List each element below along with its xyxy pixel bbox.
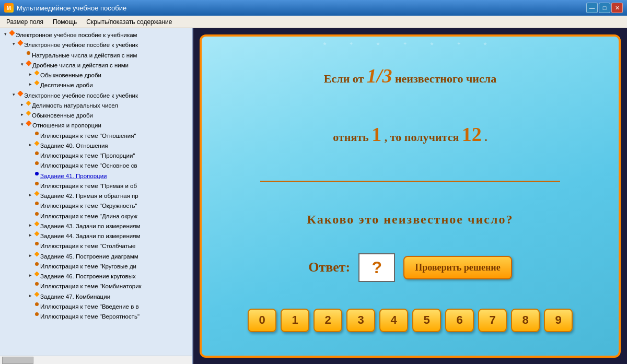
menu-toggle[interactable]: Скрыть/показать содержание [82,17,176,27]
tree-item-t8: ▸ Делимость натуральных чисел [0,101,192,111]
tree-label: Задание 43. Задачи по измерениям [40,222,140,231]
expand-icon[interactable]: ▾ [10,41,17,47]
tree-item-t13: Иллюстрация к теме "Пропорции" [0,151,192,161]
folder-icon [17,91,23,97]
divider [260,181,560,182]
main-area: ▾ Электронное учебное пособие к учебника… [0,28,627,364]
num-button-0[interactable]: 0 [248,309,276,332]
tree-label: Задание 40. Отношения [40,142,108,150]
horizontal-scrollbar[interactable] [0,356,192,364]
item-icon [26,101,31,105]
expand-icon[interactable]: ▾ [19,61,25,67]
tree-item-t18: Иллюстрация к теме "Окружность" [0,201,192,211]
expand-icon[interactable]: ▸ [27,142,33,148]
tree-label: Электронное учебное пособие к учебник [24,91,138,100]
tree-item-t20: ▸ Задание 43. Задачи по измерениям [0,221,192,231]
answer-label: Ответ: [308,260,350,275]
item-icon [34,80,40,85]
num-button-1[interactable]: 1 [281,309,309,332]
leaf-icon [35,282,39,286]
num-button-8[interactable]: 8 [511,309,540,332]
tree-item-t15[interactable]: Задание 41. Пропорции [0,171,192,181]
num-button-5[interactable]: 5 [412,309,441,332]
expand-icon[interactable]: ▾ [19,121,25,127]
leaf-icon [35,161,39,165]
tree-item-t23: ▸ Задание 45. Построение диаграмм [0,252,192,262]
expand-icon[interactable]: ▾ [10,91,17,98]
num-button-4[interactable]: 4 [379,309,408,332]
app-icon: M [4,3,14,13]
tree-container[interactable]: ▾ Электронное учебное пособие к учебника… [0,28,192,356]
expand-icon[interactable]: ▸ [19,101,25,108]
num-button-6[interactable]: 6 [445,309,474,332]
tree-label: Иллюстрация к теме "Длина окруж [40,212,137,221]
problem-line2: отнять 1 , то получится 12 . [333,119,487,150]
item-icon [34,231,40,236]
maximize-button[interactable]: □ [599,3,610,13]
check-button[interactable]: Проверить решение [403,256,512,279]
tree-label: Натуральные числа и действия с ним [32,51,137,60]
minimize-button[interactable]: — [586,3,598,13]
num-button-2[interactable]: 2 [314,309,342,332]
tree-label: Задание 41. Пропорции [40,172,107,181]
tree-item-t9: ▸ Обыкновенные дроби [0,111,192,121]
tree-item-t26: Иллюстрация к теме "Комбинаторик [0,281,192,291]
expand-icon[interactable]: ▸ [19,111,25,118]
content-box: Если от 1/3 неизвестного числа отнять 1 … [200,34,621,358]
answer-row: Ответ: ? Проверить решение [308,253,512,282]
item-icon [34,272,40,276]
answer-box[interactable]: ? [358,253,395,282]
item-icon [34,252,40,256]
problem-line1: Если от 1/3 неизвестного числа [324,60,496,92]
expand-icon[interactable]: ▸ [27,71,33,77]
item-icon [34,191,40,196]
tree-label: Иллюстрация к теме "Пропорции" [40,151,135,160]
close-button[interactable]: ✕ [611,3,623,13]
menu-size[interactable]: Размер поля [2,17,48,27]
tree-item-t7: ▾ Электронное учебное пособие к учебник [0,91,192,101]
tree-label: Иллюстрация к теме "Основное св [40,161,137,170]
tree-label: Иллюстрация к теме "Отношения" [40,132,136,140]
num-button-7[interactable]: 7 [478,309,507,332]
tree-item-t4: ▾ Дробные числа и действия с ними [0,61,192,71]
expand-icon[interactable]: ▸ [27,272,33,278]
expand-icon[interactable]: ▸ [27,292,33,299]
leaf-icon [35,242,39,245]
question-text: Каково это неизвестное число? [307,213,514,227]
expand-icon[interactable]: ▾ [2,31,8,37]
tree-item-t14: Иллюстрация к теме "Основное св [0,161,192,171]
scrollbar-thumb[interactable] [2,357,33,364]
expand-icon[interactable]: ▸ [27,222,33,228]
tree-item-t29: Иллюстрация к теме "Вероятность" [0,312,192,322]
tree-label: Обыкновенные дроби [32,111,93,120]
tree-item-t22: Иллюстрация к теме "Столбчатые [0,241,192,251]
tree-label: Иллюстрация к теме "Окружность" [40,202,137,210]
number-pad: 0123456789 [248,309,573,332]
num-button-9[interactable]: 9 [544,309,573,332]
tree-item-t5: ▸ Обыкновенные дроби [0,71,192,80]
tree-label: Отношения и пропорции [32,121,101,130]
expand-icon[interactable]: ▸ [27,192,33,198]
menu-help[interactable]: Помощь [49,17,81,27]
expand-icon[interactable]: ▸ [27,252,33,259]
tree-label: Иллюстрация к теме "Прямая и об [40,182,137,191]
tree-label: Задание 42. Прямая и обратная пр [40,192,138,201]
item-icon [26,111,31,115]
tree-item-t25: ▸ Задание 46. Построение круговых [0,272,192,281]
tree-item-t11: Иллюстрация к теме "Отношения" [0,131,192,141]
tree-item-t10: ▾ Отношения и пропорции [0,121,192,131]
folder-icon [9,30,15,36]
leaf-icon [27,51,30,55]
num-button-3[interactable]: 3 [346,309,375,332]
leaf-icon [35,182,39,185]
tree-item-t27: ▸ Задание 47. Комбинации [0,292,192,302]
expand-icon[interactable]: ▸ [27,232,33,238]
tree-label: Задание 45. Построение диаграмм [40,252,138,261]
expand-icon[interactable]: ▸ [27,81,33,87]
tree-item-t19: Иллюстрация к теме "Длина окруж [0,212,192,221]
tree-label: Задание 47. Комбинации [40,292,110,301]
tree-item-t12: ▸ Задание 40. Отношения [0,141,192,151]
tree-item-t3: Натуральные числа и действия с ним [0,51,192,61]
leaf-icon [35,302,39,306]
tree-label: Десятичные дроби [40,81,93,90]
